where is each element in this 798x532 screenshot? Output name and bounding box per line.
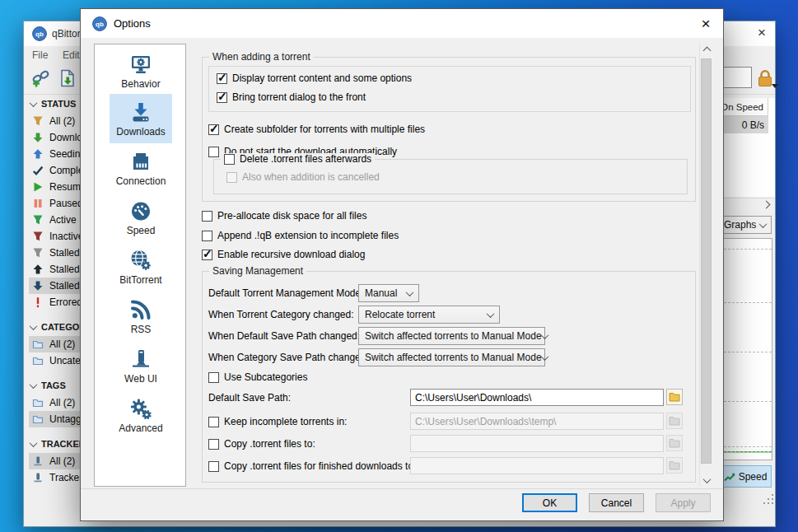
folder-icon: [669, 392, 680, 402]
checkbox-keep-incomplete[interactable]: Keep incomplete torrents in:: [208, 413, 347, 430]
chevron-down-icon: [406, 288, 414, 296]
checkbox-copy-torrent-files[interactable]: Copy .torrent files to:: [208, 436, 315, 452]
tracker-icon: [32, 455, 44, 467]
vertical-scrollbar[interactable]: [699, 44, 712, 487]
checkbox-icon: [202, 231, 212, 241]
checkbox-bring-dialog-front[interactable]: Bring torrent dialog to the front: [217, 89, 366, 105]
checkbox-icon: [208, 417, 219, 427]
folder-icon: [32, 355, 44, 366]
scroll-right-button[interactable]: [759, 199, 772, 210]
graphs-dropdown[interactable]: Graphs: [717, 216, 772, 234]
checkbox-recursive-download[interactable]: Enable recursive download dialog: [202, 246, 365, 263]
chevron-down-icon: [702, 475, 711, 483]
funnel-icon: [32, 115, 44, 127]
chevron-down-icon: [487, 310, 495, 318]
folder-icon: [669, 460, 680, 470]
menu-edit[interactable]: Edit: [63, 49, 80, 61]
ok-button[interactable]: OK: [522, 493, 577, 512]
desktop-background: qb qBittorrent × File Edit: [0, 0, 798, 532]
browse-folder-button-disabled[interactable]: [666, 435, 683, 451]
chevron-up-icon: [702, 46, 711, 54]
sidebar-item-connection[interactable]: Connection: [110, 143, 172, 193]
checkbox-display-torrent-content[interactable]: Display torrent content and some options: [217, 70, 412, 86]
tracker-icon: [32, 472, 44, 483]
chevron-down-icon: [30, 99, 38, 107]
add-torrent-link-button[interactable]: [30, 68, 52, 89]
checkbox-use-subcategories[interactable]: Use Subcategories: [208, 369, 307, 385]
chevron-down-icon: [30, 439, 38, 447]
folder-icon: [32, 413, 44, 425]
scrollbar-thumb[interactable]: [701, 58, 712, 464]
scroll-up-button[interactable]: [700, 44, 713, 57]
error-icon: [32, 296, 44, 308]
checkbox-icon: [208, 147, 219, 157]
dropdown-category-changed[interactable]: Relocate torrent: [358, 306, 500, 324]
input-incomplete-path[interactable]: C:\Users\User\Downloads\temp\: [410, 413, 664, 430]
input-default-save-path[interactable]: C:\Users\User\Downloads\: [410, 389, 664, 406]
check-icon: [32, 165, 44, 176]
chevron-down-icon: [759, 220, 768, 228]
funnel-icon: [32, 247, 44, 259]
sidebar-item-behavior[interactable]: Behavior: [110, 46, 172, 96]
svg-text:qb: qb: [35, 30, 44, 38]
browse-folder-button[interactable]: [666, 389, 683, 405]
input-copy-torrent-path[interactable]: [410, 435, 664, 452]
graph-series-dash: [720, 451, 772, 452]
resize-grip[interactable]: [763, 494, 775, 506]
checkbox-icon: [208, 124, 219, 135]
folder-icon: [669, 416, 680, 426]
cancel-button[interactable]: Cancel: [589, 493, 644, 512]
tab-speed[interactable]: Speed: [719, 465, 772, 488]
sidebar-item-speed[interactable]: Speed: [110, 193, 172, 242]
folder-icon: [32, 397, 44, 408]
arrow-up-icon: [32, 264, 44, 275]
input-copy-finished-path[interactable]: [410, 457, 664, 474]
sidebar-item-advanced[interactable]: Advanced: [110, 390, 172, 440]
checkbox-also-when-cancelled[interactable]: Also when addition is cancelled: [226, 169, 380, 185]
checkbox-copy-torrent-finished[interactable]: Copy .torrent files for finished downloa…: [208, 458, 416, 474]
browse-folder-button-disabled[interactable]: [666, 413, 683, 429]
group-label: Saving Management: [209, 265, 306, 277]
filter-section-tags[interactable]: TAGS: [30, 379, 66, 392]
play-icon: [32, 181, 44, 193]
main-close-icon[interactable]: ×: [750, 23, 773, 43]
checkbox-create-subfolder[interactable]: Create subfolder for torrents with multi…: [208, 121, 425, 138]
add-torrent-file-button[interactable]: [57, 68, 78, 89]
dropdown-default-path-changed[interactable]: Switch affected torrents to Manual Mode: [358, 327, 545, 345]
chevron-down-icon: [30, 322, 38, 330]
checkbox-delete-torrent-files[interactable]: Delete .torrent files afterwards: [221, 153, 375, 165]
sidebar-item-downloads[interactable]: Downloads: [110, 94, 172, 143]
folder-icon: [669, 438, 680, 448]
sidebar-item-rss[interactable]: RSS: [110, 292, 172, 341]
sidebar-item-webui[interactable]: Web UI: [110, 341, 172, 390]
menu-file[interactable]: File: [32, 49, 48, 61]
apply-button[interactable]: Apply: [656, 493, 711, 512]
label-management-mode: Default Torrent Management Mode:: [208, 285, 364, 301]
checkbox-preallocate[interactable]: Pre-allocate disk space for all files: [202, 208, 366, 224]
dropdown-category-path-changed[interactable]: Switch affected torrents to Manual Mode: [358, 348, 545, 366]
document-arrow-icon: [58, 68, 77, 88]
options-sidebar: Behavior Downloads Connection: [94, 44, 186, 487]
folder-icon: [32, 338, 44, 350]
filter-section-status[interactable]: STATUS: [30, 97, 76, 110]
speed-graph: [719, 238, 772, 460]
scroll-down-button[interactable]: [700, 474, 713, 487]
close-icon[interactable]: ×: [693, 12, 718, 35]
browse-folder-button-disabled[interactable]: [666, 457, 683, 474]
checkbox-icon: [208, 439, 219, 450]
label-category-changed: When Torrent Category changed:: [208, 306, 354, 323]
chain-link-plus-icon: [31, 68, 51, 88]
qbittorrent-logo-icon: qb: [32, 26, 47, 41]
label-default-path-changed: When Default Save Path changed:: [208, 328, 360, 344]
dialog-titlebar[interactable]: qb Options ×: [81, 9, 723, 38]
label-default-save-path: Default Save Path:: [208, 390, 291, 406]
button-separator: [81, 488, 723, 489]
checkbox-append-qb[interactable]: Append .!qB extension to incomplete file…: [202, 227, 399, 244]
server-icon: [129, 348, 152, 371]
qbittorrent-logo-icon: qb: [92, 16, 107, 31]
sidebar-item-bittorrent[interactable]: BitTorrent: [110, 242, 172, 292]
checkbox-icon: [217, 92, 227, 103]
monitor-gear-icon: [129, 53, 152, 76]
options-dialog: qb Options × Behavior: [80, 8, 724, 521]
dropdown-management-mode[interactable]: Manual: [358, 284, 419, 302]
